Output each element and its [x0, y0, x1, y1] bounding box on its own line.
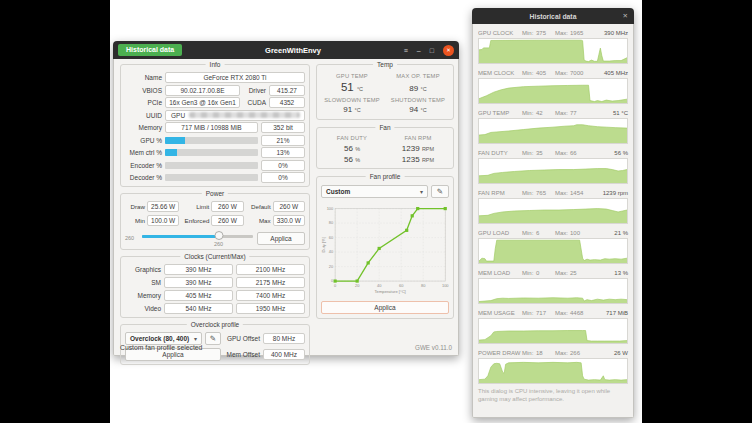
- memory-label: Memory: [125, 124, 162, 131]
- power-enforced-field: 260 W: [211, 215, 243, 226]
- metric-name: POWER DRAW: [478, 350, 522, 356]
- mem-ctrl-percent-bar: [165, 149, 258, 156]
- clock-memory-max: 7400 MHz: [236, 290, 305, 301]
- vbios-field: 90.02.17.00.8E: [165, 85, 240, 96]
- fan-profile-edit-button[interactable]: ✎: [431, 185, 449, 198]
- fan-profile-frame-label: Fan profile: [366, 173, 405, 181]
- historical-body: GPU CLOCK Min: 375 Max: 1965 390 MHz MEM…: [472, 24, 634, 418]
- temp-frame: Temp GPU TEMP 51 °C MAX OP. TEMP 89 °C S…: [316, 64, 454, 120]
- max-label: Max:: [555, 150, 570, 156]
- gpu-name-field: GeForce RTX 2080 Ti: [165, 72, 305, 83]
- gpu-percent-label: GPU %: [125, 137, 162, 144]
- max-op-temp-cell: MAX OP. TEMP 89 °C: [385, 73, 451, 93]
- current-value: 51 °C: [594, 110, 628, 116]
- max-value: 25: [570, 270, 594, 276]
- decoder-percent-label: Decoder %: [125, 174, 162, 181]
- min-value: 405: [536, 70, 555, 76]
- decoder-percent-field: 0%: [261, 172, 305, 183]
- maximize-icon[interactable]: □: [430, 47, 434, 54]
- min-value: 717: [536, 310, 555, 316]
- close-icon[interactable]: ✕: [443, 45, 454, 56]
- fan-curve-chart[interactable]: 020406080100020406080100Temperature [°C]…: [321, 202, 449, 298]
- menu-icon[interactable]: ≡: [404, 47, 408, 54]
- uuid-redacted: [189, 112, 300, 118]
- historical-section: FAN RPM Min: 765 Max: 1454 1239 rpm: [478, 187, 628, 224]
- svg-text:100: 100: [442, 283, 449, 288]
- main-window: Historical data GreenWithEnvy ≡ – □ ✕ In…: [113, 41, 459, 356]
- uuid-label: UUID: [125, 112, 162, 119]
- svg-text:100: 100: [327, 206, 334, 211]
- power-enforced-label: Enforced: [181, 217, 209, 224]
- encoder-percent-bar: [165, 162, 258, 169]
- vbios-label: VBIOS: [125, 87, 162, 94]
- power-default-label: Default: [246, 203, 271, 210]
- mem-offset-label: Mem Offset: [224, 351, 260, 358]
- max-value: 77: [570, 110, 594, 116]
- svg-text:Temperature [°C]: Temperature [°C]: [375, 289, 406, 294]
- gpu-temp-cell: GPU TEMP 51 °C: [319, 73, 385, 93]
- close-icon[interactable]: ✕: [623, 8, 628, 24]
- max-value: 266: [570, 350, 594, 356]
- chevron-down-icon: ▾: [194, 335, 197, 342]
- max-value: 7000: [570, 70, 594, 76]
- historical-section: MEM LOAD Min: 0 Max: 25 13 %: [478, 267, 628, 304]
- historical-data-window: Historical data ✕ GPU CLOCK Min: 375 Max…: [472, 8, 634, 418]
- statusbar: Custom fan profile selected GWE v0.11.0: [120, 344, 452, 351]
- max-label: Max:: [555, 230, 570, 236]
- clock-memory-label: Memory: [125, 292, 161, 299]
- max-value: 4468: [570, 310, 594, 316]
- fan-profile-apply-button[interactable]: Applica: [321, 301, 449, 314]
- power-min-field: 100.0 W: [147, 215, 179, 226]
- svg-text:80: 80: [329, 220, 334, 225]
- clock-sm-current: 390 MHz: [164, 277, 233, 288]
- min-label: Min:: [522, 70, 536, 76]
- gpu-offset-field: 80 MHz: [263, 333, 305, 344]
- svg-text:40: 40: [377, 283, 382, 288]
- fan-profile-select[interactable]: Custom ▾: [321, 185, 428, 198]
- max-label: Max:: [555, 190, 570, 196]
- history-graph: [478, 158, 628, 184]
- window-title: GreenWithEnvy: [182, 46, 404, 55]
- max-value: 1454: [570, 190, 594, 196]
- current-value: 405 MHz: [594, 70, 628, 76]
- mem-ctrl-percent-field: 13%: [261, 147, 305, 158]
- driver-label: Driver: [243, 87, 266, 94]
- shutdown-temp-cell: SHUTDOWN TEMP 94 °C: [385, 97, 451, 114]
- historical-footer-note: This dialog is CPU intensive, leaving it…: [478, 387, 628, 404]
- metric-name: GPU CLOCK: [478, 30, 522, 36]
- max-label: Max:: [555, 70, 570, 76]
- current-value: 56 %: [594, 150, 628, 156]
- power-max-label: Max: [246, 217, 271, 224]
- historical-titlebar[interactable]: Historical data ✕: [472, 8, 634, 24]
- app-version: GWE v0.11.0: [415, 344, 452, 351]
- minimize-icon[interactable]: –: [417, 47, 421, 54]
- clocks-frame-label: Clocks (Current/Max): [180, 253, 249, 261]
- clock-video-current: 540 MHz: [164, 303, 233, 314]
- historical-section: POWER DRAW Min: 18 Max: 266 26 W: [478, 347, 628, 384]
- encoder-percent-label: Encoder %: [125, 162, 162, 169]
- min-value: 765: [536, 190, 555, 196]
- svg-text:60: 60: [399, 283, 404, 288]
- power-slider-handle[interactable]: [214, 231, 223, 240]
- historical-section: GPU CLOCK Min: 375 Max: 1965 390 MHz: [478, 27, 628, 64]
- history-graph: [478, 118, 628, 144]
- memory-usage-field: 717 MiB / 10988 MiB: [165, 122, 258, 133]
- history-graph: [478, 358, 628, 384]
- history-graph: [478, 318, 628, 344]
- min-value: 18: [536, 350, 555, 356]
- current-value: 1239 rpm: [594, 190, 628, 196]
- fan-frame: Fan FAN DUTY 56 % 56 % FAN RPM 1239 RPM …: [316, 127, 454, 169]
- min-label: Min:: [522, 150, 536, 156]
- power-apply-button[interactable]: Applica: [257, 232, 305, 245]
- min-label: Min:: [522, 230, 536, 236]
- historical-data-button[interactable]: Historical data: [118, 44, 182, 56]
- power-limit-slider[interactable]: 260: [142, 229, 253, 247]
- overclock-frame-label: Overclock profile: [187, 321, 243, 329]
- status-message: Custom fan profile selected: [120, 344, 202, 351]
- clock-graphics-label: Graphics: [125, 266, 161, 273]
- slowdown-temp-cell: SLOWDOWN TEMP 91 °C: [319, 97, 385, 114]
- cuda-label: CUDA: [243, 99, 266, 106]
- main-titlebar[interactable]: Historical data GreenWithEnvy ≡ – □ ✕: [113, 41, 459, 59]
- uuid-field: GPU: [165, 110, 305, 121]
- max-label: Max:: [555, 110, 570, 116]
